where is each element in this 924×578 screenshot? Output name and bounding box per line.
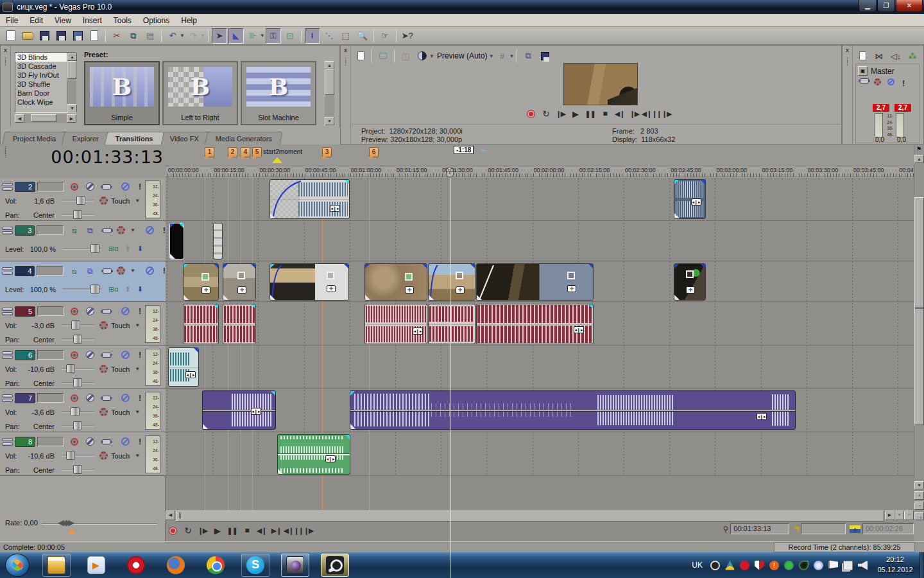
automation-gear-icon[interactable] bbox=[99, 408, 108, 416]
event-envelope-icon[interactable]: ◂❙▸ bbox=[325, 455, 336, 462]
titlebar[interactable]: сицк.veg * - Vegas Pro 10.0 ▁ ❐ ✕ bbox=[0, 0, 924, 14]
automation-mode[interactable]: Touch bbox=[111, 322, 130, 329]
mute-icon[interactable] bbox=[146, 267, 154, 275]
solo-icon[interactable]: ! bbox=[139, 393, 141, 403]
scroll-down-icon[interactable]: ▼ bbox=[67, 104, 77, 112]
pan-slider[interactable] bbox=[61, 382, 94, 384]
go-to-start-button[interactable]: ◀❙ bbox=[612, 107, 627, 120]
mute-icon[interactable] bbox=[121, 437, 130, 446]
audio-event[interactable]: ◂❙▸ bbox=[270, 179, 350, 219]
audio-event[interactable] bbox=[223, 304, 256, 344]
track-header-5[interactable]: 5 ! Vol: -3,0 dB Touch ▼ Pa bbox=[0, 302, 166, 346]
taskbar-firefox[interactable] bbox=[162, 554, 190, 577]
track-header-8[interactable]: 8 ! Vol: -10,6 dB Touch ▼ P bbox=[0, 433, 166, 476]
tab-explorer[interactable]: Explorer bbox=[62, 132, 110, 144]
event-envelope-icon[interactable]: ◂❙▸ bbox=[691, 198, 701, 206]
arm-record-icon[interactable] bbox=[71, 183, 78, 191]
pane-grip[interactable]: x ⋮⋮ bbox=[341, 46, 351, 144]
menu-insert[interactable]: Insert bbox=[77, 15, 108, 26]
track-name-input[interactable] bbox=[37, 266, 63, 276]
event-envelope-icon[interactable]: ◂❙▸ bbox=[574, 326, 584, 333]
transitions-list-scrollbar[interactable]: ▲ ▼ bbox=[67, 53, 76, 112]
bypass-motion-blur-icon[interactable]: ⧅ bbox=[69, 226, 80, 235]
tab-media-generators[interactable]: Media Generators bbox=[205, 132, 283, 144]
invert-phase-icon[interactable] bbox=[86, 394, 94, 402]
track-row-3[interactable] bbox=[166, 222, 914, 261]
event-envelope-icon[interactable]: ◂❙▸ bbox=[251, 408, 261, 415]
event-envelope-icon[interactable]: ◂❙▸ bbox=[330, 205, 340, 212]
level-value[interactable]: 100,0 % bbox=[26, 286, 56, 293]
play-button[interactable]: ▶ bbox=[210, 524, 225, 537]
cursor-time-display[interactable]: 00:01:33:13 bbox=[13, 147, 164, 166]
stop-button[interactable]: ■ bbox=[597, 107, 612, 120]
tray-update-icon[interactable] bbox=[814, 561, 823, 570]
presets-scrollbar[interactable]: ▲ ▼ bbox=[325, 61, 334, 125]
track-fx-icon[interactable] bbox=[102, 439, 111, 444]
track-name-input[interactable] bbox=[37, 306, 64, 316]
composite-mode-icon[interactable]: ⊞α bbox=[108, 285, 119, 293]
pause-button[interactable]: ❚❚ bbox=[225, 524, 239, 537]
pane-close-icon[interactable]: x bbox=[843, 47, 852, 53]
arm-record-icon[interactable] bbox=[71, 394, 78, 402]
pause-button[interactable]: ❚❚ bbox=[583, 107, 597, 120]
timeline-marker-5[interactable]: 5 bbox=[252, 147, 262, 157]
maximize-button[interactable]: ❐ bbox=[877, 0, 895, 12]
language-indicator[interactable]: UK bbox=[692, 561, 703, 570]
mute-icon[interactable] bbox=[121, 394, 130, 402]
track-name-input[interactable] bbox=[37, 225, 63, 235]
pan-value[interactable]: Center bbox=[21, 423, 55, 430]
zoom-out-track-icon[interactable]: − bbox=[914, 502, 924, 510]
zoom-tool-button[interactable]: 🔍 bbox=[355, 28, 370, 44]
volume-fader[interactable] bbox=[61, 368, 94, 370]
previous-frame-button[interactable]: ◀❙❙ bbox=[642, 107, 656, 120]
tray-drive-icon[interactable] bbox=[725, 561, 735, 570]
video-event[interactable]: ✛ bbox=[674, 263, 706, 301]
vol-value[interactable]: 1,6 dB bbox=[21, 197, 55, 205]
envelope-tool-button[interactable]: ⋱ bbox=[321, 28, 337, 44]
taskbar-opera[interactable] bbox=[122, 554, 150, 577]
pan-value[interactable]: Center bbox=[21, 211, 55, 219]
track-motion-icon[interactable]: ⧉ bbox=[85, 226, 95, 235]
track-row-6[interactable] bbox=[166, 346, 914, 389]
preset-slot-machine[interactable]: B Slot Machine bbox=[241, 61, 316, 125]
event-pan-crop-icon[interactable]: ✛ bbox=[567, 285, 576, 292]
track-number-badge[interactable]: 7 bbox=[15, 393, 35, 403]
tray-antivirus-icon[interactable] bbox=[755, 561, 764, 570]
menu-view[interactable]: View bbox=[49, 15, 77, 26]
track-number-badge[interactable]: 6 bbox=[15, 350, 35, 360]
event-pan-crop-icon[interactable]: ✛ bbox=[405, 286, 414, 293]
preview-quality-select[interactable]: Preview (Auto) bbox=[437, 51, 488, 60]
close-button[interactable]: ✕ bbox=[896, 0, 923, 12]
timeline-marker-1[interactable]: 1 bbox=[205, 147, 214, 157]
track-header-2[interactable]: 2 ! Vol: 1,6 dB Touch ▼ Pan bbox=[0, 178, 166, 221]
master-peak-right[interactable]: 2,7 bbox=[894, 104, 911, 112]
cursor-position-field[interactable]: 00:01:33:13 bbox=[730, 523, 789, 534]
audio-event[interactable] bbox=[183, 304, 219, 344]
event-crop-icon[interactable] bbox=[567, 272, 575, 279]
copy-snapshot-icon[interactable]: ⧉ bbox=[520, 48, 536, 64]
audio-event[interactable] bbox=[428, 304, 475, 344]
save-button[interactable] bbox=[37, 28, 52, 44]
pan-slider[interactable] bbox=[61, 338, 94, 340]
pane-grip[interactable]: x ⋮⋮ bbox=[843, 46, 853, 144]
track-fx-icon[interactable] bbox=[103, 228, 112, 233]
pan-value[interactable]: Center bbox=[21, 380, 55, 387]
master-expand-icon[interactable]: ▣ bbox=[858, 66, 868, 76]
track-fx-icon[interactable] bbox=[102, 184, 111, 189]
video-event[interactable] bbox=[169, 223, 184, 259]
invert-phase-icon[interactable] bbox=[86, 437, 94, 446]
event-envelope-icon[interactable]: ◂❙▸ bbox=[757, 413, 767, 420]
invert-phase-icon[interactable] bbox=[86, 182, 94, 191]
invert-phase-icon[interactable] bbox=[86, 351, 94, 359]
arm-record-icon[interactable] bbox=[71, 308, 78, 315]
event-crop-icon[interactable] bbox=[686, 270, 694, 278]
scroll-down-icon[interactable]: ▼ bbox=[914, 481, 924, 489]
track-minimize-icon[interactable] bbox=[2, 393, 13, 403]
normal-edit-tool-button[interactable]: ➤ bbox=[212, 28, 227, 44]
timeline-marker-2[interactable]: 2 bbox=[228, 147, 237, 157]
vol-value[interactable]: -10,6 dB bbox=[21, 365, 55, 373]
properties-button[interactable] bbox=[87, 28, 102, 44]
tab-video-fx[interactable]: Video FX bbox=[159, 132, 210, 144]
play-button[interactable]: ▶ bbox=[568, 107, 583, 120]
taskbar-media-player[interactable] bbox=[82, 554, 110, 577]
